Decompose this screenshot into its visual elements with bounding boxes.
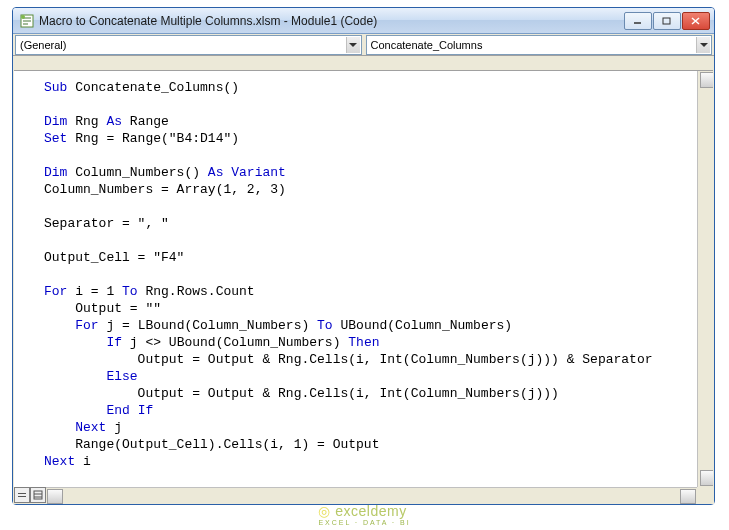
title-bar[interactable]: Macro to Concatenate Multiple Columns.xl… bbox=[13, 8, 714, 34]
dropdown-bar: (General) Concatenate_Columns bbox=[13, 34, 714, 56]
svg-rect-5 bbox=[18, 496, 26, 497]
svg-point-1 bbox=[21, 15, 25, 19]
horizontal-scrollbar[interactable] bbox=[46, 487, 697, 503]
vertical-scrollbar[interactable] bbox=[697, 71, 713, 487]
chevron-down-icon bbox=[346, 37, 360, 53]
module-icon bbox=[19, 13, 35, 29]
maximize-button[interactable] bbox=[653, 12, 681, 30]
object-dropdown-value: (General) bbox=[20, 39, 66, 51]
window-title: Macro to Concatenate Multiple Columns.xl… bbox=[39, 14, 624, 28]
margin-bar bbox=[14, 57, 713, 71]
minimize-button[interactable] bbox=[624, 12, 652, 30]
procedure-view-button[interactable] bbox=[14, 487, 30, 503]
full-module-view-button[interactable] bbox=[30, 487, 46, 503]
vba-code-window: Macro to Concatenate Multiple Columns.xl… bbox=[12, 7, 715, 505]
svg-rect-4 bbox=[18, 493, 26, 494]
chevron-down-icon bbox=[696, 37, 710, 53]
close-button[interactable] bbox=[682, 12, 710, 30]
procedure-dropdown[interactable]: Concatenate_Columns bbox=[366, 35, 713, 55]
svg-rect-6 bbox=[34, 491, 42, 499]
procedure-dropdown-value: Concatenate_Columns bbox=[371, 39, 483, 51]
svg-rect-3 bbox=[663, 18, 670, 24]
watermark-logo: ◎ exceldemy EXCEL · DATA · BI bbox=[318, 503, 410, 526]
code-editor[interactable]: Sub Concatenate_Columns() Dim Rng As Ran… bbox=[14, 71, 697, 487]
resize-grip[interactable] bbox=[697, 487, 713, 503]
object-dropdown[interactable]: (General) bbox=[15, 35, 362, 55]
